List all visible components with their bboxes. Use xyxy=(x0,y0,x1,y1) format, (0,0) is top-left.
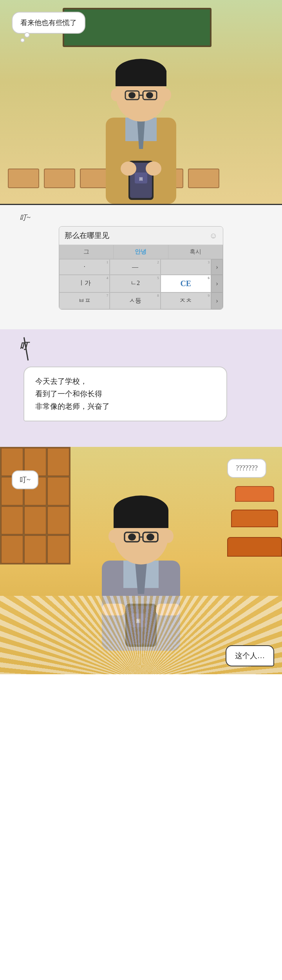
svg-point-30 xyxy=(128,534,136,541)
lockers xyxy=(0,447,70,564)
teacher-figure: 圖 xyxy=(70,47,212,204)
svg-rect-26 xyxy=(114,510,168,528)
svg-rect-6 xyxy=(116,71,166,86)
key-n2[interactable]: 5ㄴ2 xyxy=(110,275,160,292)
message-bubble: 今天去了学校，看到了一个和你长得非常像的老师，兴奋了 xyxy=(24,367,227,422)
locker xyxy=(47,477,69,505)
keyboard-row-2: 4ㅣ가 5ㄴ2 6CE › xyxy=(59,275,223,292)
locker xyxy=(47,448,69,476)
locker xyxy=(1,506,23,534)
svg-point-10 xyxy=(128,92,136,98)
key-dot[interactable]: 1· xyxy=(59,259,110,275)
arrow-right-2[interactable]: › xyxy=(211,275,223,292)
arrow-right-3[interactable]: › xyxy=(211,292,223,309)
ding-label-1: 叮~ xyxy=(20,213,31,222)
panel-3: 叮 今天去了学校，看到了一个和你长得非常像的老师，兴奋了 xyxy=(0,329,282,447)
thought-bubble: 看来他也有些慌了 xyxy=(12,12,85,34)
key-dash[interactable]: 2— xyxy=(110,259,160,275)
key-se[interactable]: 8ㅅ등 xyxy=(110,292,160,309)
panel-4: 圖 ??????? 叮~ 这个人… xyxy=(0,447,282,674)
locker xyxy=(47,535,69,563)
question-bubble: ??????? xyxy=(227,459,266,478)
message-bar: 那么在哪里见 ☺ xyxy=(59,227,223,245)
suggestion-2[interactable]: 안녕 xyxy=(114,245,168,259)
key-ga[interactable]: 4ㅣ가 xyxy=(59,275,110,292)
svg-point-19 xyxy=(162,89,171,101)
keyboard-row-1: 1· 2— 3 › xyxy=(59,259,223,275)
svg-point-31 xyxy=(146,534,154,541)
svg-point-11 xyxy=(146,92,153,98)
arrow-right-1[interactable]: › xyxy=(211,259,223,275)
phone-screen: 那么在哪里见 ☺ 그 안녕 혹시 1· 2— 3 › xyxy=(59,226,223,310)
key-zc[interactable]: 9ㅈㅊ xyxy=(161,292,211,309)
suggestion-1[interactable]: 그 xyxy=(59,245,114,259)
keyboard-row-3: 7ㅂㅍ 8ㅅ등 9ㅈㅊ › xyxy=(59,292,223,309)
panel-2: 叮~ 那么在哪里见 ☺ 그 안녕 혹시 1· 2— 3 xyxy=(0,204,282,329)
svg-point-33 xyxy=(163,530,174,543)
svg-text:圖: 圖 xyxy=(139,177,143,181)
bottom-bubble: 这个人… xyxy=(226,645,274,666)
message-input-text: 那么在哪里见 xyxy=(65,230,109,241)
thought-text: 看来他也有些慌了 xyxy=(20,19,77,27)
key-bp[interactable]: 7ㅂㅍ xyxy=(59,292,110,309)
locker xyxy=(24,535,46,563)
locker xyxy=(1,535,23,563)
svg-point-17 xyxy=(146,162,161,176)
keyboard: 1· 2— 3 › 4ㅣ가 5ㄴ2 6CE xyxy=(59,259,223,309)
ding-bubble: 叮~ xyxy=(12,470,38,489)
locker xyxy=(24,506,46,534)
emoji-icon: ☺ xyxy=(210,231,217,240)
desk xyxy=(8,169,39,188)
key-ce[interactable]: 6CE xyxy=(161,275,211,292)
key-3[interactable]: 3 xyxy=(161,259,211,275)
svg-point-32 xyxy=(108,530,119,543)
svg-point-18 xyxy=(111,89,120,101)
panel-1: 看来他也有些慌了 圖 xyxy=(0,0,282,204)
keyboard-suggestions: 그 안녕 혹시 xyxy=(59,245,223,259)
suggestion-3[interactable]: 혹시 xyxy=(168,245,223,259)
locker xyxy=(47,506,69,534)
svg-point-16 xyxy=(121,162,136,176)
message-content: 今天去了学校，看到了一个和你长得非常像的老师，兴奋了 xyxy=(35,377,110,411)
